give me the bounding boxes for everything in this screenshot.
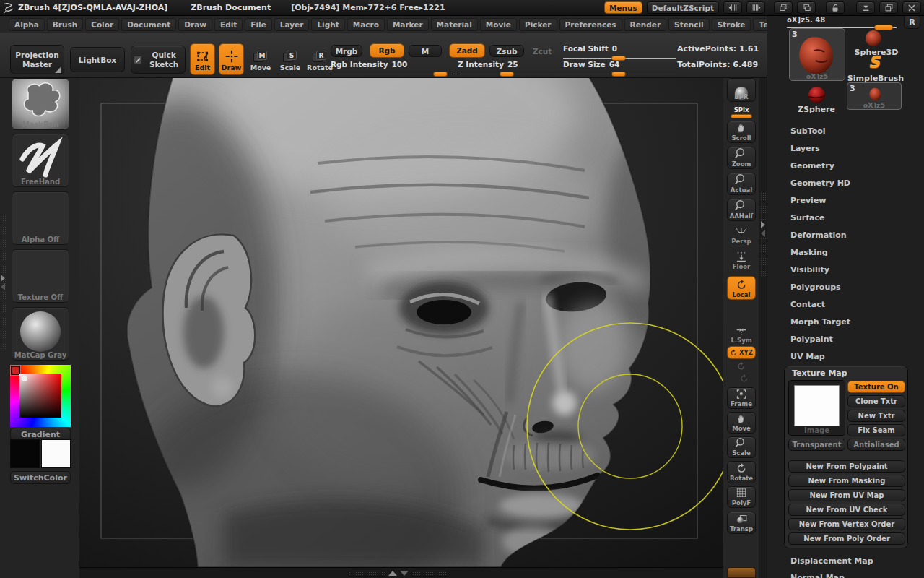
section-geometry[interactable]: Geometry: [790, 158, 850, 175]
alt-color-swatch[interactable]: [41, 439, 71, 468]
section-displacement-map[interactable]: Displacement Map: [790, 556, 873, 566]
color-picker[interactable]: [10, 365, 71, 427]
local-button[interactable]: Local: [727, 276, 756, 300]
lsym-button[interactable]: L.Sym: [727, 326, 756, 344]
scroll-button[interactable]: Scroll: [727, 121, 756, 143]
document-canvas[interactable]: [79, 78, 723, 567]
recent-tool-thumbnail[interactable]: 3 oX]z5: [847, 82, 902, 110]
menus-button[interactable]: Menus: [604, 1, 642, 14]
scroll-left-icon[interactable]: [723, 1, 742, 14]
new-txtr-button[interactable]: New Txtr: [847, 410, 905, 422]
new-from-uv-check-button[interactable]: New From UV Check: [788, 504, 905, 516]
new-from-poly-order-button[interactable]: New From Poly Order: [788, 532, 905, 545]
menu-movie[interactable]: Movie: [480, 18, 517, 31]
m-button[interactable]: M: [409, 45, 442, 57]
section-preview[interactable]: Preview: [790, 192, 850, 210]
texture-image-well[interactable]: Image: [788, 380, 845, 436]
default-zscript-button[interactable]: DefaultZScript: [647, 1, 719, 14]
spin-z-button[interactable]: [730, 374, 759, 384]
scale-button[interactable]: S Scale: [277, 44, 303, 76]
zcut-button[interactable]: Zcut: [528, 45, 556, 57]
draw-size-slider[interactable]: Draw Size 64: [563, 60, 676, 74]
texture-on-button[interactable]: Texture On: [847, 381, 905, 393]
draw-button[interactable]: Draw: [219, 43, 244, 75]
slider-handle[interactable]: [611, 72, 626, 77]
background-texture-thumbnail[interactable]: [727, 567, 756, 578]
transparency-button[interactable]: Transp: [727, 512, 756, 534]
scroll-right-icon[interactable]: [746, 1, 765, 14]
section-visibility[interactable]: Visibility: [790, 262, 850, 279]
menu-stroke[interactable]: Stroke: [712, 18, 751, 31]
transparent-button[interactable]: Transparent: [788, 439, 845, 451]
new-from-masking-button[interactable]: New From Masking: [788, 475, 905, 487]
frame-button[interactable]: Frame: [727, 387, 756, 409]
section-geometry-hd[interactable]: Geometry HD: [790, 175, 850, 192]
section-uv-map[interactable]: UV Map: [790, 348, 850, 366]
current-tool-thumbnail[interactable]: 3 oX]z5: [789, 28, 845, 81]
edit-button[interactable]: Edit: [190, 43, 215, 75]
menu-brush[interactable]: Brush: [47, 18, 83, 31]
texture-map-title[interactable]: Texture Map: [792, 368, 847, 378]
section-subtool[interactable]: SubTool: [790, 123, 850, 140]
menu-stencil[interactable]: Stencil: [668, 18, 710, 31]
right-panel-expander[interactable]: [759, 220, 767, 238]
bpr-button[interactable]: BPR: [727, 78, 756, 102]
menu-picker[interactable]: Picker: [519, 18, 557, 31]
xyz-button[interactable]: XYZ: [727, 346, 756, 359]
zoom-button[interactable]: Zoom: [727, 147, 756, 169]
menu-edit[interactable]: Edit: [214, 18, 243, 31]
current-material-thumbnail[interactable]: MatCap Gray: [12, 307, 69, 361]
scale-3d-button[interactable]: Scale: [727, 436, 756, 458]
menu-preferences[interactable]: Preferences: [559, 18, 622, 31]
section-deformation[interactable]: Deformation: [790, 227, 850, 244]
polyframe-button[interactable]: PolyF: [727, 486, 756, 508]
menu-draw[interactable]: Draw: [178, 18, 212, 31]
floor-button[interactable]: Floor: [727, 250, 756, 270]
slider-handle[interactable]: [433, 72, 448, 77]
focal-shift-slider[interactable]: Focal Shift 0: [563, 44, 676, 59]
aahalf-button[interactable]: AAHalf: [727, 199, 756, 221]
rgb-intensity-slider[interactable]: Rgb Intensity 100: [331, 60, 452, 74]
move-button[interactable]: M Move: [248, 44, 273, 76]
lightbox-button[interactable]: LightBox: [70, 47, 125, 72]
spin-y-button[interactable]: [727, 361, 756, 371]
rotate-button[interactable]: R Rotate: [306, 44, 334, 76]
spix-handle[interactable]: [731, 114, 752, 118]
actual-button[interactable]: Actual: [727, 173, 756, 195]
r-button[interactable]: R: [904, 16, 920, 29]
section-masking[interactable]: Masking: [790, 244, 850, 262]
menu-document[interactable]: Document: [121, 18, 176, 31]
section-polygroups[interactable]: Polygroups: [790, 279, 850, 296]
sphere3d-icon[interactable]: [865, 30, 882, 47]
left-tray-expander[interactable]: [0, 215, 6, 349]
new-from-uv-map-button[interactable]: New From UV Map: [788, 489, 905, 501]
rgb-button[interactable]: Rgb: [370, 43, 404, 58]
menu-color[interactable]: Color: [85, 18, 119, 31]
next-ui-icon[interactable]: [797, 1, 816, 14]
main-color-swatch[interactable]: [10, 439, 40, 468]
lock-icon[interactable]: [826, 1, 845, 14]
persp-button[interactable]: Persp: [727, 225, 756, 245]
new-from-polypaint-button[interactable]: New From Polypaint: [788, 460, 905, 473]
close-icon[interactable]: [902, 1, 921, 14]
switchcolor-button[interactable]: SwitchColor: [10, 471, 71, 484]
move-3d-button[interactable]: Move: [727, 412, 756, 434]
bottom-tray-handle[interactable]: [348, 570, 456, 577]
current-texture-thumbnail[interactable]: Texture Off: [12, 249, 69, 303]
section-surface[interactable]: Surface: [790, 210, 850, 227]
rotate-3d-button[interactable]: Rotate: [727, 461, 756, 483]
previous-ui-icon[interactable]: [774, 1, 793, 14]
section-polypaint[interactable]: Polypaint: [790, 331, 850, 348]
menu-material[interactable]: Material: [431, 18, 478, 31]
menu-marker[interactable]: Marker: [387, 18, 429, 31]
current-brush-thumbnail[interactable]: MaskPen: [12, 78, 69, 130]
simplebrush-icon[interactable]: S: [866, 53, 883, 72]
menu-alpha[interactable]: Alpha: [9, 18, 45, 31]
section-morph-target[interactable]: Morph Target: [790, 314, 850, 331]
section-layers[interactable]: Layers: [790, 140, 850, 158]
menu-file[interactable]: File: [245, 18, 272, 31]
section-contact[interactable]: Contact: [790, 296, 850, 314]
mrgb-button[interactable]: Mrgb: [331, 45, 362, 57]
menu-light[interactable]: Light: [311, 18, 344, 31]
clone-txtr-button[interactable]: Clone Txtr: [847, 395, 905, 407]
